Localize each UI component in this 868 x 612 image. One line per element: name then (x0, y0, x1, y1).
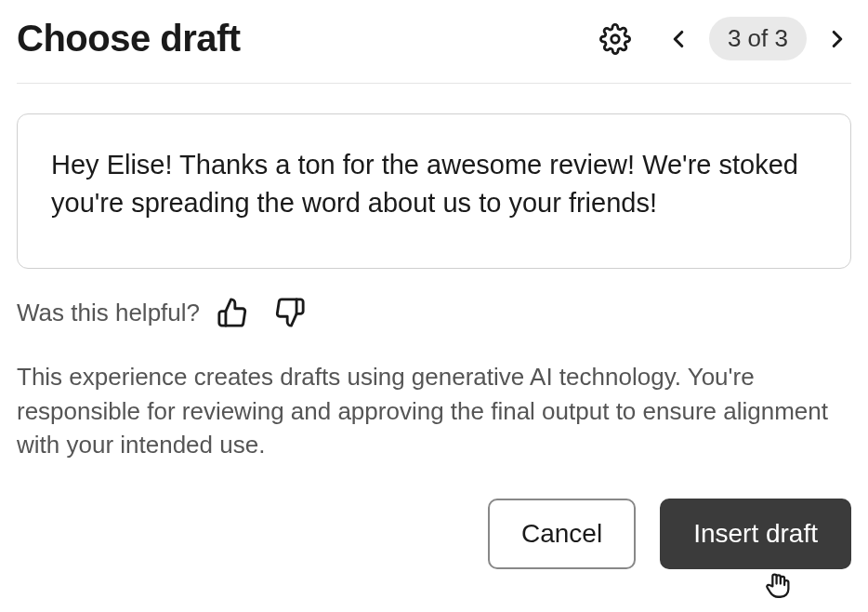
chevron-right-icon (823, 25, 851, 53)
draft-text: Hey Elise! Thanks a ton for the awesome … (51, 150, 798, 218)
header-controls: 3 of 3 (599, 17, 851, 60)
feedback-row: Was this helpful? (17, 297, 851, 328)
action-buttons: Cancel Insert draft (17, 499, 851, 569)
svg-point-0 (612, 34, 620, 43)
page-title: Choose draft (17, 18, 241, 60)
settings-button[interactable] (599, 23, 631, 55)
thumbs-down-button[interactable] (274, 297, 306, 328)
feedback-thumbs (217, 297, 306, 328)
chevron-left-icon (664, 25, 692, 53)
disclaimer-text: This experience creates drafts using gen… (17, 360, 835, 461)
feedback-prompt: Was this helpful? (17, 299, 200, 327)
next-button[interactable] (823, 25, 851, 53)
pager: 3 of 3 (664, 17, 851, 60)
cancel-button[interactable]: Cancel (488, 499, 636, 569)
header: Choose draft 3 of 3 (17, 17, 851, 84)
thumbs-down-icon (274, 297, 306, 328)
thumbs-up-icon (217, 297, 248, 328)
gear-icon (599, 23, 631, 55)
page-indicator: 3 of 3 (709, 17, 807, 60)
insert-draft-button[interactable]: Insert draft (660, 499, 851, 569)
prev-button[interactable] (664, 25, 692, 53)
cursor-icon (762, 569, 794, 601)
draft-text-box: Hey Elise! Thanks a ton for the awesome … (17, 113, 851, 269)
thumbs-up-button[interactable] (217, 297, 248, 328)
